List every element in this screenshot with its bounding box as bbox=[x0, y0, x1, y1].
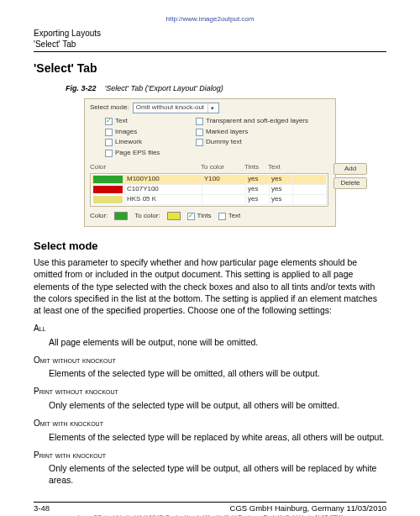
footer-right: CGS GmbH Hainburg, Germany 11/03/2010 bbox=[230, 503, 386, 514]
table-row[interactable]: M100Y100 Y100 yes yes bbox=[92, 175, 327, 185]
checkbox-marked-layers[interactable]: Marked layers bbox=[196, 128, 330, 137]
checkbox-dummy-text[interactable]: Dummy text bbox=[196, 138, 330, 147]
page-url: http://www.image2output.com bbox=[34, 15, 386, 24]
intro-paragraph: Use this parameter to specify whether an… bbox=[34, 256, 386, 316]
figure-caption: Fig. 3-22 'Select' Tab ('Export Layout' … bbox=[66, 83, 386, 93]
option-body: All page elements will be output, none w… bbox=[49, 336, 386, 348]
check-icon bbox=[105, 139, 113, 146]
color-table-header: Color To color Tints Text bbox=[90, 163, 328, 172]
select-mode-dropdown[interactable]: Omit without knock-out ▾ bbox=[133, 103, 219, 113]
color-label: Color: bbox=[90, 212, 108, 221]
option-title: Omit with knockout bbox=[34, 418, 386, 429]
checkbox-foot-text[interactable]: Text bbox=[218, 212, 241, 221]
color-editor-row: Color: To color: ✓Tints Text bbox=[90, 212, 330, 221]
table-row[interactable]: C107Y100 yes yes bbox=[92, 185, 327, 195]
page-header: Exporting Layouts 'Select' Tab bbox=[34, 28, 386, 52]
page-number: 3-48 bbox=[34, 503, 50, 514]
header-line-1: Exporting Layouts bbox=[34, 28, 386, 39]
to-color-swatch[interactable] bbox=[167, 212, 181, 220]
table-row[interactable]: HKS 05 K yes yes bbox=[92, 195, 327, 205]
checkbox-page-eps[interactable]: Page EPS files bbox=[105, 149, 189, 158]
check-icon bbox=[105, 150, 113, 157]
check-icon bbox=[196, 139, 203, 146]
checkbox-foot-tints[interactable]: ✓Tints bbox=[187, 212, 212, 221]
delete-button[interactable]: Delete bbox=[333, 177, 367, 189]
check-icon bbox=[218, 213, 226, 220]
figure-caption-text: 'Select' Tab ('Export Layout' Dialog) bbox=[105, 84, 223, 92]
select-mode-value: Omit without knock-out bbox=[136, 103, 204, 113]
element-checkboxes: ✓Text Transparent and soft-edged layers … bbox=[105, 117, 330, 158]
checkbox-text[interactable]: ✓Text bbox=[105, 117, 189, 126]
page-title: 'Select' Tab bbox=[34, 61, 386, 76]
checkbox-transparent[interactable]: Transparent and soft-edged layers bbox=[196, 117, 330, 126]
check-icon bbox=[196, 129, 203, 136]
section-heading: Select mode bbox=[34, 239, 386, 254]
option-title: All bbox=[34, 323, 386, 334]
select-mode-label: Select mode: bbox=[90, 103, 129, 113]
chevron-down-icon: ▾ bbox=[207, 103, 217, 113]
color-swatch bbox=[93, 186, 123, 193]
option-body: Elements of the selected type will be re… bbox=[49, 431, 386, 443]
add-button[interactable]: Add bbox=[333, 163, 367, 175]
option-title: Print without knockout bbox=[34, 386, 386, 398]
option-title: Print with knockout bbox=[34, 450, 386, 461]
color-swatch bbox=[93, 196, 123, 203]
color-swatch[interactable] bbox=[114, 212, 128, 220]
option-title: Omit without knockout bbox=[34, 355, 386, 366]
color-swatch bbox=[93, 176, 123, 183]
to-color-label: To color: bbox=[134, 212, 160, 221]
option-body: Only elements of the selected type will … bbox=[49, 399, 386, 411]
check-icon bbox=[105, 129, 113, 136]
color-table: M100Y100 Y100 yes yes C107Y100 yes yes bbox=[90, 173, 328, 207]
check-icon: ✓ bbox=[187, 213, 195, 220]
header-line-2: 'Select' Tab bbox=[34, 39, 386, 50]
option-body: Only elements of the selected type will … bbox=[49, 462, 386, 486]
check-icon bbox=[196, 118, 203, 125]
checkbox-images[interactable]: Images bbox=[105, 128, 189, 137]
select-tab-dialog: Select mode: Omit without knock-out ▾ ✓T… bbox=[84, 98, 336, 227]
checkbox-linework[interactable]: Linework bbox=[105, 138, 189, 147]
page-footer: 3-48 CGS GmbH Hainburg, Germany 11/03/20… bbox=[34, 502, 386, 514]
figure-label: Fig. 3-22 bbox=[66, 84, 97, 92]
option-body: Elements of the selected type will be om… bbox=[49, 367, 386, 379]
check-icon: ✓ bbox=[105, 118, 113, 125]
